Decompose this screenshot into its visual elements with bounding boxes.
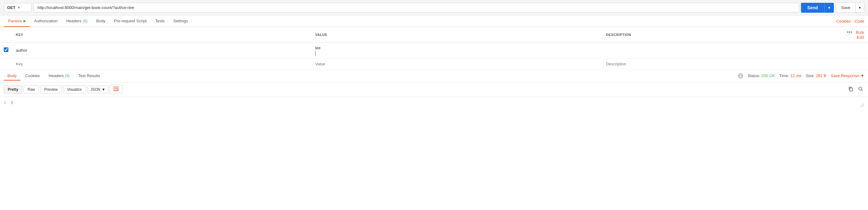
headers-badge: (6) [83, 19, 88, 23]
row-actions-cell [842, 42, 868, 59]
code-content: 5 [11, 101, 855, 108]
code-area: 1 5 ⊿ [0, 97, 868, 112]
row-desc-input[interactable] [606, 47, 839, 53]
res-tab-cookies[interactable]: Cookies [22, 72, 44, 80]
res-tab-body[interactable]: Body [4, 72, 21, 80]
params-table: KEY VALUE DESCRIPTION ••• Bulk Edit [0, 27, 868, 70]
row-checkbox-cell [0, 42, 12, 59]
cookies-link[interactable]: Cookies [836, 19, 851, 24]
tab-body[interactable]: Body [92, 15, 110, 27]
tab-tests[interactable]: Tests [151, 15, 169, 27]
url-input[interactable] [33, 3, 799, 12]
res-headers-badge: (9) [65, 74, 69, 78]
format-btn-visualize[interactable]: Visualize [63, 85, 86, 94]
search-button[interactable] [857, 85, 864, 94]
empty-checkbox-cell [0, 58, 12, 69]
format-btn-raw[interactable]: Raw [24, 85, 39, 94]
tab-prerequest[interactable]: Pre-request Script [110, 15, 151, 27]
col-value-header: VALUE [311, 27, 602, 42]
svg-line-8 [862, 90, 863, 91]
send-button[interactable]: Send [801, 3, 824, 13]
req-tabs-right: Cookies Code [836, 19, 864, 24]
resize-handle-icon[interactable]: ⊿ [860, 101, 864, 108]
save-button-group: Save ▼ [836, 2, 864, 13]
row-value-input[interactable] [315, 45, 599, 51]
bulk-edit-button[interactable]: Bulk Edit [856, 30, 864, 40]
method-chevron-icon: ▼ [18, 6, 21, 9]
tab-settings[interactable]: Settings [169, 15, 192, 27]
size-value: 281 B [816, 73, 827, 78]
response-body-tabs: Pretty Raw Preview Visualize JSON ▼ [0, 82, 868, 97]
empty-value-cell [311, 58, 602, 69]
more-options-icon[interactable]: ••• [847, 29, 852, 35]
json-format-chevron-icon: ▼ [102, 88, 105, 92]
params-dot [23, 20, 25, 22]
empty-row [0, 58, 868, 69]
table-row [0, 42, 868, 59]
col-actions-header: ••• Bulk Edit [842, 27, 868, 42]
copy-button[interactable] [847, 85, 854, 94]
row-desc-cell [602, 42, 842, 59]
wrap-button[interactable] [110, 85, 122, 94]
line-number-1: 1 [4, 101, 6, 105]
save-dropdown-button[interactable]: ▼ [855, 3, 864, 12]
empty-desc-cell [602, 58, 842, 69]
row-value-cell [311, 42, 602, 59]
svg-rect-3 [113, 87, 119, 88]
svg-rect-6 [850, 88, 852, 91]
globe-icon [738, 73, 743, 79]
response-body-actions [847, 85, 864, 94]
svg-rect-5 [113, 91, 118, 91]
svg-point-7 [859, 87, 862, 90]
response-tabs-bar: Body Cookies Headers (9) Test Results St… [0, 70, 868, 82]
save-response-button[interactable]: Save Response ▼ [831, 73, 864, 78]
row-checkbox[interactable] [4, 47, 8, 52]
col-key-header: KEY [12, 27, 311, 42]
empty-value-input[interactable] [315, 61, 599, 67]
json-format-label: JSON [91, 88, 100, 92]
tab-authorization[interactable]: Authorization [30, 15, 62, 27]
empty-desc-input[interactable] [606, 61, 839, 67]
svg-rect-4 [113, 89, 119, 89]
line-numbers: 1 [4, 101, 6, 108]
format-btn-preview[interactable]: Preview [40, 85, 62, 94]
method-select[interactable]: GET ▼ [4, 3, 32, 12]
status-label: Status: 200 OK [748, 73, 775, 78]
url-bar: GET ▼ Send ▼ Save ▼ [0, 0, 868, 15]
response-status: Status: 200 OK Time: 12 ms Size: 281 B S… [738, 73, 864, 79]
save-button[interactable]: Save [836, 3, 855, 12]
send-dropdown-button[interactable]: ▼ [824, 3, 834, 13]
time-label: Time: 12 ms [779, 73, 801, 78]
res-tab-headers[interactable]: Headers (9) [45, 72, 73, 80]
tab-headers[interactable]: Headers (6) [62, 15, 92, 27]
col-desc-header: DESCRIPTION [602, 27, 842, 42]
text-cursor [315, 51, 315, 56]
tab-params[interactable]: Params [4, 15, 30, 27]
status-value: 200 OK [761, 73, 775, 78]
send-button-group: Send ▼ [801, 3, 834, 13]
method-label: GET [7, 5, 16, 10]
row-key-cell [12, 42, 311, 59]
col-checkbox-header [0, 27, 12, 42]
empty-key-input[interactable] [16, 61, 308, 67]
code-link[interactable]: Code [855, 19, 864, 24]
empty-key-cell [12, 58, 311, 69]
size-label: Size: 281 B [806, 73, 827, 78]
wrap-icon [113, 87, 119, 92]
res-tab-test-results[interactable]: Test Results [74, 72, 104, 80]
empty-actions-cell [842, 58, 868, 69]
code-line-1: 5 [11, 101, 13, 105]
json-format-select[interactable]: JSON ▼ [87, 86, 109, 93]
format-btn-pretty[interactable]: Pretty [4, 85, 22, 94]
row-key-input[interactable] [16, 47, 308, 53]
time-value: 12 ms [790, 73, 801, 78]
request-tabs: Params Authorization Headers (6) Body Pr… [0, 15, 868, 27]
